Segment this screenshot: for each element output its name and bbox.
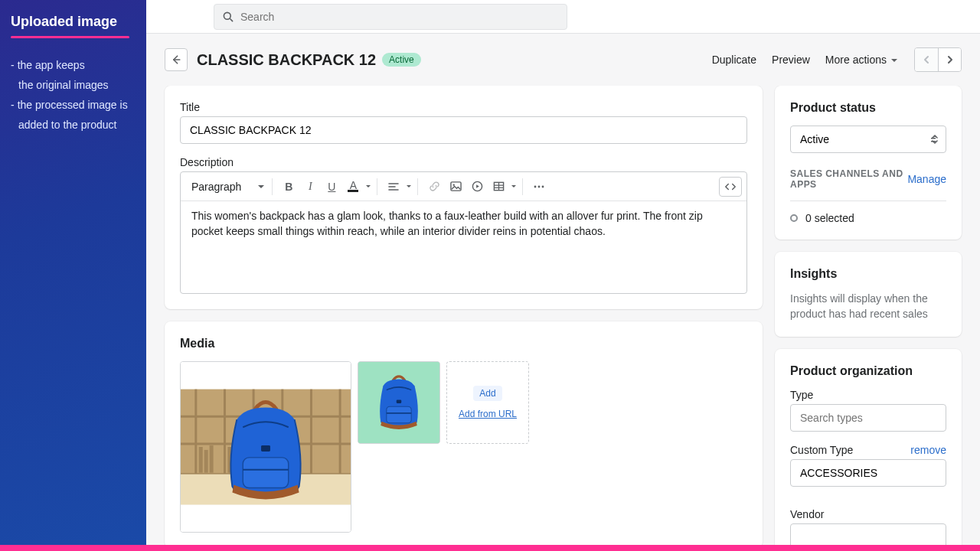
content-columns: Title Description Paragraph (146, 86, 980, 551)
media-grid: Add Add from URL (180, 361, 747, 533)
bottom-accent-bar (0, 545, 980, 551)
status-select-wrap: Active (790, 126, 946, 153)
video-icon (472, 181, 483, 192)
arrow-left-icon (170, 54, 182, 66)
align-left-icon (388, 181, 399, 192)
title-description-card: Title Description Paragraph (165, 86, 763, 309)
product-image-thumb (358, 361, 439, 444)
svg-rect-33 (387, 406, 411, 423)
status-badge: Active (382, 53, 421, 67)
media-card: Media (165, 321, 763, 548)
description-field: Description Paragraph B I U (180, 156, 747, 294)
svg-line-1 (230, 18, 233, 21)
topbar (146, 0, 980, 34)
svg-rect-29 (243, 458, 288, 488)
more-formatting-button[interactable] (529, 177, 549, 197)
custom-type-input[interactable] (790, 459, 946, 487)
page-title: CLASSIC BACKPACK 12 (197, 51, 376, 69)
search-icon (222, 11, 234, 23)
channels-selected-row: 0 selected (790, 212, 946, 224)
table-icon (493, 181, 505, 192)
duplicate-button[interactable]: Duplicate (704, 49, 764, 70)
image-button[interactable] (446, 177, 466, 197)
status-dot-icon (790, 214, 798, 222)
back-button[interactable] (165, 48, 188, 71)
custom-type-label: Custom Type (790, 444, 853, 456)
image-icon (450, 181, 462, 192)
more-actions-button[interactable]: More actions (818, 49, 905, 70)
chevron-down-icon (511, 185, 516, 190)
insights-card: Insights Insights will display when the … (775, 252, 962, 337)
sidebar-note-line: added to the product (11, 115, 136, 135)
manage-channels-link[interactable]: Manage (907, 173, 946, 185)
sidebar-title: Uploaded image (11, 14, 136, 30)
add-from-url-link[interactable]: Add from URL (459, 409, 517, 419)
divider (790, 201, 946, 201)
bold-button[interactable]: B (279, 177, 299, 197)
chevron-down-icon (407, 185, 411, 190)
type-input[interactable] (790, 404, 946, 432)
sales-channels-label: SALES CHANNELS AND APPS (790, 168, 907, 190)
sidebar-note-line: -the app keeps (11, 55, 136, 75)
sidebar-note-line: the original images (11, 75, 136, 95)
svg-point-4 (452, 184, 454, 185)
sales-channels-row: SALES CHANNELS AND APPS Manage (790, 168, 946, 190)
main-column: Title Description Paragraph (165, 86, 763, 533)
side-column: Product status Active SALES CHANNELS AND… (775, 86, 962, 533)
type-label: Type (790, 389, 946, 401)
search-field[interactable] (214, 4, 567, 30)
page-header: CLASSIC BACKPACK 12 Active Duplicate Pre… (146, 34, 980, 86)
pager-next-button[interactable] (938, 48, 961, 71)
svg-point-9 (542, 185, 544, 187)
link-icon (429, 181, 440, 192)
media-item-main[interactable] (180, 361, 351, 533)
product-image-main (181, 361, 351, 533)
video-button[interactable] (467, 177, 487, 197)
svg-rect-35 (397, 400, 401, 403)
chevron-right-icon (946, 55, 955, 64)
add-media-button[interactable]: Add (473, 386, 501, 401)
ellipsis-icon (533, 181, 545, 193)
type-field: Type (790, 389, 946, 432)
svg-rect-22 (199, 447, 203, 473)
svg-rect-31 (261, 445, 270, 452)
info-sidebar: Uploaded image -the app keeps the origin… (0, 0, 146, 551)
title-field: Title (180, 101, 747, 144)
organization-heading: Product organization (790, 364, 946, 378)
svg-point-0 (224, 12, 230, 19)
product-status-heading: Product status (790, 101, 946, 115)
pager-prev-button[interactable] (915, 48, 938, 71)
sidebar-note-line: -the processed image is (11, 95, 136, 115)
insights-text: Insights will display when the product h… (790, 292, 946, 321)
remove-custom-type-link[interactable]: remove (910, 444, 946, 456)
align-button[interactable] (384, 177, 403, 197)
italic-button[interactable]: I (300, 177, 320, 197)
description-label: Description (180, 156, 747, 168)
paragraph-style-dropdown[interactable]: Paragraph (185, 178, 270, 196)
svg-rect-24 (210, 445, 214, 473)
preview-button[interactable]: Preview (764, 49, 818, 70)
table-button[interactable] (488, 177, 508, 197)
svg-point-8 (538, 185, 541, 187)
paragraph-style-label: Paragraph (191, 181, 241, 193)
custom-type-field: Custom Type remove (790, 444, 946, 487)
underline-button[interactable]: U (322, 177, 341, 197)
html-view-button[interactable] (719, 177, 742, 197)
media-item-thumb[interactable] (358, 361, 440, 444)
description-textarea[interactable]: This women's backpack has a glam look, t… (181, 201, 746, 293)
search-input[interactable] (240, 11, 559, 23)
status-select[interactable]: Active (790, 126, 946, 153)
link-button[interactable] (424, 177, 444, 197)
main-area: CLASSIC BACKPACK 12 Active Duplicate Pre… (146, 0, 980, 551)
code-icon (724, 181, 737, 192)
title-input[interactable] (180, 116, 747, 144)
text-color-button[interactable]: A (343, 177, 363, 197)
insights-heading: Insights (790, 267, 946, 281)
sidebar-underline (11, 36, 129, 38)
chevron-left-icon (922, 55, 931, 64)
editor-toolbar: Paragraph B I U A (181, 172, 746, 201)
media-heading: Media (180, 337, 747, 350)
vendor-label: Vendor (790, 508, 946, 520)
product-status-card: Product status Active SALES CHANNELS AND… (775, 86, 962, 240)
media-add-tile[interactable]: Add Add from URL (446, 361, 529, 444)
